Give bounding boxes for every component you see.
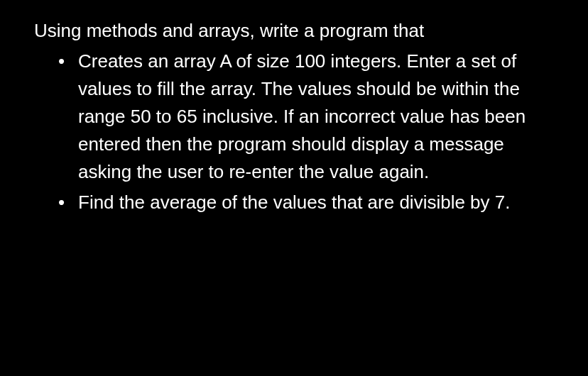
list-item: Find the average of the values that are … <box>58 189 554 216</box>
intro-text: Using methods and arrays, write a progra… <box>34 17 554 45</box>
list-item: Creates an array A of size 100 integers.… <box>58 48 554 186</box>
bullet-list: Creates an array A of size 100 integers.… <box>34 48 554 216</box>
